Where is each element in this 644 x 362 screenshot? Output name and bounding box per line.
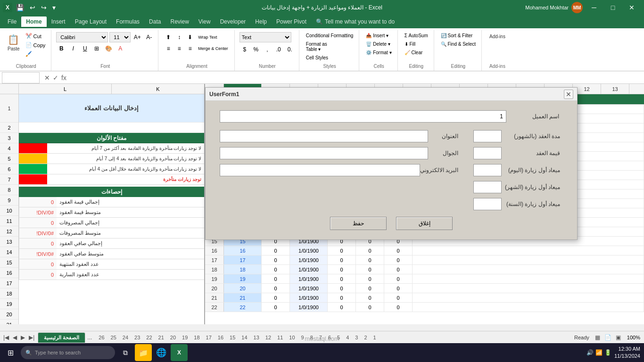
underline-btn[interactable]: U: [80, 43, 90, 54]
cell-a-link[interactable]: 18: [239, 267, 245, 272]
col-13-header[interactable]: 13: [601, 84, 629, 94]
font-size-selector[interactable]: 11: [109, 32, 131, 42]
cell-e[interactable]: 0: [356, 284, 384, 293]
cell-d[interactable]: 0: [328, 284, 356, 293]
tab-view[interactable]: View: [194, 16, 215, 27]
format-as-table-btn[interactable]: Format asTable ▾: [304, 41, 355, 53]
currency-btn[interactable]: $: [239, 44, 250, 55]
tab-help[interactable]: Help: [250, 16, 272, 27]
cell-f[interactable]: 0: [384, 284, 413, 293]
comma-btn[interactable]: ,: [262, 44, 272, 55]
cell-empty[interactable]: [413, 255, 644, 264]
cell-date[interactable]: 1/0/1900: [290, 293, 328, 302]
cell-empty[interactable]: [413, 274, 644, 283]
tab-num-12[interactable]: 12: [263, 333, 274, 342]
cell-b[interactable]: 0: [262, 265, 290, 274]
tab-last-btn[interactable]: ▶|: [27, 334, 36, 341]
cell-a[interactable]: 16: [224, 246, 262, 255]
cell-b[interactable]: 0: [262, 303, 290, 312]
visit-month-input[interactable]: [473, 181, 502, 193]
cell-b[interactable]: 0: [262, 255, 290, 264]
cell-b[interactable]: 0: [262, 246, 290, 255]
insert-function-btn[interactable]: fx: [60, 74, 67, 82]
sheet-tab-main[interactable]: الصفحة الرئيسية: [38, 332, 85, 343]
conditional-formatting-btn[interactable]: Conditional Formatting: [304, 32, 355, 39]
cell-a-link[interactable]: 22: [239, 304, 245, 310]
tab-num-4[interactable]: 4: [343, 333, 352, 342]
tab-next-btn[interactable]: ▶: [19, 334, 26, 341]
tab-num-22[interactable]: 22: [143, 333, 155, 342]
tab-data[interactable]: Data: [144, 16, 165, 27]
tab-num-16[interactable]: 16: [215, 333, 226, 342]
tab-num-15[interactable]: 15: [227, 333, 238, 342]
redo-btn[interactable]: ↪: [39, 3, 49, 12]
user-avatar[interactable]: MM: [571, 2, 583, 13]
cell-date[interactable]: 1/0/1900: [290, 265, 328, 274]
cell-date[interactable]: 1/0/1900: [290, 274, 328, 283]
normal-view-btn[interactable]: ▦: [593, 333, 603, 342]
cell-b[interactable]: 0: [262, 284, 290, 293]
increase-decimal-btn[interactable]: .0: [273, 44, 284, 55]
maximize-btn[interactable]: □: [603, 0, 622, 15]
cell-d[interactable]: 0: [328, 274, 356, 283]
paste-btn[interactable]: 📋Paste: [5, 32, 23, 53]
tab-num-18[interactable]: 18: [191, 333, 202, 342]
visit-year-input[interactable]: [473, 198, 502, 210]
cell-d[interactable]: 0: [328, 246, 356, 255]
fill-btn[interactable]: ⬇ Fill: [403, 41, 430, 48]
cell-d[interactable]: 0: [328, 255, 356, 264]
tab-num-14[interactable]: 14: [239, 333, 250, 342]
tab-num-17[interactable]: 17: [203, 333, 215, 342]
cell-a-link[interactable]: 17: [239, 257, 245, 263]
cell-f[interactable]: 0: [384, 246, 413, 255]
cell-e[interactable]: 0: [356, 246, 384, 255]
mobile-input[interactable]: [220, 147, 428, 159]
cell-a-link[interactable]: 16: [239, 248, 245, 254]
cell-d[interactable]: 0: [328, 293, 356, 302]
cell-empty[interactable]: [413, 293, 644, 302]
undo-btn[interactable]: ↩: [28, 3, 37, 12]
cell-empty[interactable]: [413, 303, 644, 312]
cell-a-link[interactable]: 19: [239, 276, 245, 282]
cell-e[interactable]: 0: [356, 293, 384, 302]
minimize-btn[interactable]: ─: [585, 0, 603, 15]
decrease-decimal-btn[interactable]: 0.: [285, 44, 295, 55]
tab-num-10[interactable]: 10: [286, 333, 297, 342]
tab-insert[interactable]: Insert: [47, 16, 70, 27]
cell-f[interactable]: 0: [384, 274, 413, 283]
tab-page-layout[interactable]: Page Layout: [70, 16, 111, 27]
tab-file[interactable]: File: [3, 16, 21, 27]
find-select-btn[interactable]: 🔍 Find & Select: [439, 41, 478, 48]
tab-prev-btn[interactable]: ◀: [11, 334, 18, 341]
align-top-btn[interactable]: ⬆: [163, 32, 173, 42]
tab-home[interactable]: Home: [21, 16, 46, 27]
tab-first-btn[interactable]: |◀: [2, 334, 10, 341]
addins-btn[interactable]: Add-ins: [487, 32, 508, 41]
tab-num-19[interactable]: 19: [179, 333, 190, 342]
cell-d[interactable]: 0: [328, 303, 356, 312]
cell-date[interactable]: 1/0/1900: [290, 246, 328, 255]
address-input[interactable]: [220, 130, 428, 142]
align-center-btn[interactable]: ≡: [174, 43, 184, 54]
cancel-formula-btn[interactable]: ✕: [43, 74, 51, 82]
cell-e[interactable]: 0: [356, 265, 384, 274]
cell-e[interactable]: 0: [356, 303, 384, 312]
border-btn[interactable]: ⊞: [91, 43, 102, 54]
cell-date[interactable]: 1/0/1900: [290, 303, 328, 312]
task-view-btn[interactable]: ⧉: [117, 344, 134, 361]
excel-taskbar-btn[interactable]: X: [171, 344, 188, 361]
autosum-btn[interactable]: Σ AutoSum: [403, 32, 430, 39]
decrease-font-btn[interactable]: A-: [144, 32, 154, 42]
tab-num-11[interactable]: 11: [274, 333, 286, 342]
file-explorer-btn[interactable]: 📁: [135, 344, 152, 361]
tab-num-23[interactable]: 23: [132, 333, 143, 342]
cell-b[interactable]: 0: [262, 274, 290, 283]
format-painter-btn[interactable]: 🖌️: [24, 50, 48, 58]
tab-num-25[interactable]: 25: [108, 333, 119, 342]
font-name-selector[interactable]: Calibri: [56, 32, 108, 42]
cell-a[interactable]: 18: [224, 265, 262, 274]
delete-btn[interactable]: 🗑️ Delete ▾: [364, 41, 393, 48]
cell-e[interactable]: 0: [356, 255, 384, 264]
duration-input[interactable]: [473, 130, 502, 142]
cell-empty[interactable]: [413, 284, 644, 293]
